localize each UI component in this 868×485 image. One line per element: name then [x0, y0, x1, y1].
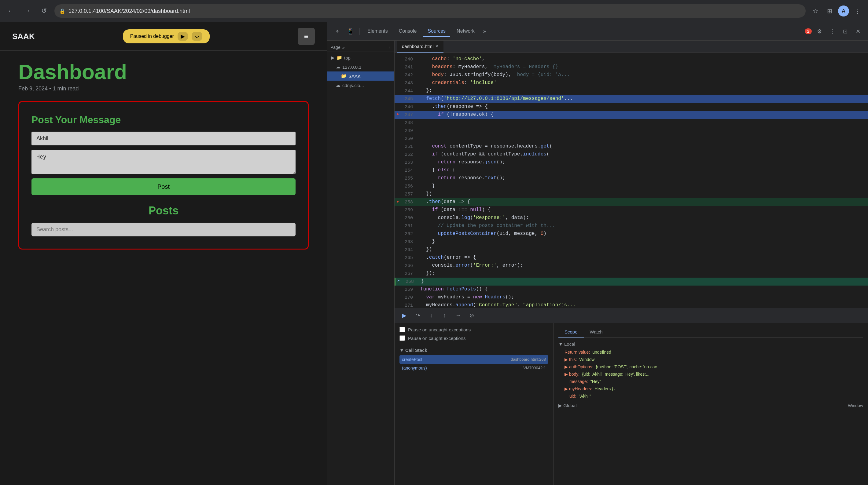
url-text: 127.0.0.1:4100/SAAK/2024/02/09/dashboard…	[68, 8, 801, 14]
bp-258: ●	[395, 198, 401, 206]
code-line-251: 251 const contentType = response.headers…	[395, 142, 868, 151]
tree-item-saak[interactable]: 📁 SAAK	[327, 71, 394, 80]
resume-debugger-button[interactable]: ▶	[178, 32, 188, 41]
code-line-262: 262 updatePostsContainer(uid, message, 0…	[395, 230, 868, 238]
close-devtools-button[interactable]: ✕	[853, 26, 863, 37]
more-tabs-button[interactable]: »	[482, 28, 488, 34]
devtools-panel: ⌖ 📱 Elements Console Sources Network » 2…	[327, 22, 868, 485]
extensions-button[interactable]: ⊞	[824, 5, 835, 17]
bp-263	[395, 238, 401, 246]
pause-uncaught-checkbox[interactable]	[400, 327, 405, 332]
avatar-button[interactable]: A	[838, 5, 849, 17]
inspect-element-button[interactable]: ⌖	[332, 26, 343, 37]
scope-global-header[interactable]: ▶ Global Window	[558, 403, 863, 408]
bp-254	[395, 166, 401, 174]
page-more-button[interactable]: »	[342, 45, 345, 50]
tree-cloud-icon: ☁	[336, 64, 340, 70]
tree-label-saak: SAAK	[348, 74, 361, 79]
tree-folder-top: 📁	[337, 55, 342, 61]
code-line-269: 269 function fetchPosts() {	[395, 286, 868, 293]
deactivate-breakpoints-button[interactable]: ⊘	[467, 311, 476, 320]
error-badge: 2	[805, 28, 812, 34]
step-over-button[interactable]: ↷	[413, 311, 423, 320]
message-textarea[interactable]: Hey	[31, 150, 296, 174]
pause-uncaught-label: Pause on uncaught exceptions	[408, 327, 471, 332]
code-line-244: 244 };	[395, 87, 868, 95]
bp-244	[395, 87, 401, 95]
call-stack-item-1[interactable]: (anonymous) VM709042:1	[400, 364, 548, 372]
call-stack-item-0[interactable]: createPost dashboard.html:268	[400, 355, 548, 364]
dock-button[interactable]: ⊡	[840, 26, 850, 37]
code-line-254: 254 } else {	[395, 166, 868, 174]
tree-item-top[interactable]: ▶ 📁 top	[327, 53, 394, 62]
devtools-right-panels: dashboard.html ✕ 240 cache: 'no-cache',	[395, 41, 868, 485]
code-line-270: 270 var myHeaders = new Headers();	[395, 293, 868, 301]
toolbar-separator	[359, 28, 360, 35]
tree-item-server[interactable]: ☁ 127.0.0.1	[327, 62, 394, 71]
source-code-area: 240 cache: 'no-cache', 241 headers: myHe…	[395, 53, 868, 308]
step-into-button[interactable]: ↓	[426, 311, 436, 320]
address-bar[interactable]: 🔒 127.0.0.1:4100/SAAK/2024/02/09/dashboa…	[54, 4, 806, 18]
call-stack-file-0: dashboard.html:268	[511, 357, 546, 362]
bp-262	[395, 230, 401, 238]
post-button[interactable]: Post	[31, 179, 296, 195]
menu-button[interactable]: ⋮	[852, 5, 863, 17]
tab-sources[interactable]: Sources	[423, 26, 450, 37]
step-debugger-button[interactable]: ⤼	[192, 32, 202, 41]
tab-network[interactable]: Network	[452, 26, 479, 37]
tree-arrow-top: ▶	[331, 55, 335, 61]
bp-242	[395, 71, 401, 79]
source-tab-close[interactable]: ✕	[435, 44, 439, 48]
source-tabs: dashboard.html ✕	[395, 41, 868, 53]
source-tab-dashboard[interactable]: dashboard.html ✕	[397, 41, 443, 53]
bp-260	[395, 214, 401, 222]
devtools-toolbar: ⌖ 📱 Elements Console Sources Network » 2…	[327, 22, 868, 41]
posts-title: Posts	[31, 204, 296, 217]
page-options-button[interactable]: ⋮	[387, 45, 391, 50]
scope-tab-watch[interactable]: Watch	[584, 327, 609, 337]
code-line-267: 267 });	[395, 270, 868, 278]
browser-actions: ☆ ⊞ A ⋮	[810, 5, 863, 17]
bp-253	[395, 159, 401, 166]
star-button[interactable]: ☆	[810, 5, 821, 17]
name-input[interactable]	[31, 132, 296, 146]
pause-caught-checkbox[interactable]	[400, 335, 405, 341]
debugger-bottom-panel: ▶ ↷ ↓ ↑ → ⊘ Pause on uncaught exceptions	[395, 308, 868, 485]
bp-264	[395, 246, 401, 254]
bp-251	[395, 142, 401, 151]
device-toggle-button[interactable]: 📱	[345, 26, 355, 37]
pause-caught-option[interactable]: Pause on caught exceptions	[400, 335, 548, 341]
hamburger-button[interactable]: ≡	[298, 28, 315, 45]
bp-241	[395, 63, 401, 71]
code-line-261: 261 // Update the posts container with t…	[395, 222, 868, 230]
file-tree: Page » ⋮ ▶ 📁 top ☁ 127.0.0.1 📁 SAAK	[327, 41, 395, 485]
bp-271	[395, 301, 401, 308]
bp-252	[395, 151, 401, 159]
forward-button[interactable]: →	[21, 5, 34, 17]
dashboard-meta: Feb 9, 2024 • 1 min read	[18, 86, 309, 92]
pause-caught-label: Pause on caught exceptions	[408, 336, 465, 341]
bp-256	[395, 182, 401, 190]
scope-message: message: "Hey"	[558, 378, 863, 385]
settings-button[interactable]: ⚙	[814, 26, 825, 37]
back-button[interactable]: ←	[5, 5, 17, 17]
scope-tab-scope[interactable]: Scope	[558, 327, 584, 337]
more-options-button[interactable]: ⋮	[827, 26, 837, 37]
code-line-240: 240 cache: 'no-cache',	[395, 55, 868, 63]
resume-button[interactable]: ▶	[400, 311, 409, 320]
reload-button[interactable]: ↺	[38, 5, 50, 17]
lock-icon: 🔒	[59, 8, 65, 14]
pause-uncaught-option[interactable]: Pause on uncaught exceptions	[400, 327, 548, 332]
tab-elements[interactable]: Elements	[363, 26, 392, 37]
browser-chrome: ← → ↺ 🔒 127.0.0.1:4100/SAAK/2024/02/09/d…	[0, 0, 868, 22]
step-button[interactable]: →	[453, 311, 463, 320]
step-out-button[interactable]: ↑	[440, 311, 450, 320]
tab-console[interactable]: Console	[395, 26, 421, 37]
code-line-256: 256 }	[395, 182, 868, 190]
bp-247: ●	[395, 111, 401, 119]
page-tab[interactable]: Page	[331, 45, 340, 50]
tree-item-cdn[interactable]: ☁ cdnjs.clo...	[327, 80, 394, 90]
search-input[interactable]	[31, 223, 296, 236]
scope-local-header[interactable]: ▼ Local	[558, 342, 863, 347]
code-line-242: 242 body: JSON.stringify(body), body = {…	[395, 71, 868, 79]
